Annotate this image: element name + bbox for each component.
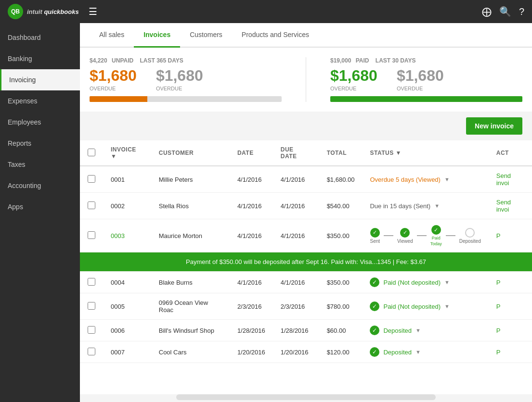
sidebar-item-invoicing[interactable]: Invoicing bbox=[0, 69, 80, 90]
tab-products-services[interactable]: Products and Services bbox=[232, 23, 319, 48]
deposit-banner-cell: Payment of $350.00 will be deposited aft… bbox=[80, 252, 532, 272]
th-status[interactable]: STATUS ▼ bbox=[362, 140, 488, 166]
add-icon[interactable]: ⨁ bbox=[482, 6, 492, 17]
deposit-banner: Payment of $350.00 will be deposited aft… bbox=[80, 252, 532, 271]
paid-progress-fill bbox=[330, 96, 407, 102]
step-line-3 bbox=[446, 235, 455, 236]
action-link[interactable]: P bbox=[496, 303, 501, 310]
tab-customers[interactable]: Customers bbox=[180, 23, 232, 48]
row-checkbox[interactable] bbox=[88, 201, 95, 209]
select-all-checkbox[interactable] bbox=[88, 149, 95, 156]
new-invoice-button[interactable]: New invoice bbox=[466, 117, 522, 135]
sidebar-item-accounting[interactable]: Accounting bbox=[0, 175, 80, 196]
row-checkbox[interactable] bbox=[88, 348, 95, 355]
top-nav: QB intuit quickbooks ☰ ⨁ 🔍 ? bbox=[0, 0, 532, 23]
sidebar-item-taxes[interactable]: Taxes bbox=[0, 154, 80, 175]
customer-name: Millie Peters bbox=[151, 166, 230, 193]
row-checkbox[interactable] bbox=[88, 231, 95, 239]
row-checkbox[interactable] bbox=[88, 175, 95, 183]
table-row: 0001 Millie Peters 4/1/2016 4/1/2016 $1,… bbox=[80, 166, 532, 193]
status-cell: ✓Deposited▼ bbox=[362, 341, 488, 363]
deposited-icon: ✓ bbox=[370, 347, 379, 357]
th-date[interactable]: DATE bbox=[230, 140, 273, 166]
step-circle-paid: ✓ bbox=[431, 225, 441, 235]
step-line-1 bbox=[384, 235, 393, 236]
dropdown-arrow[interactable]: ▼ bbox=[444, 303, 450, 309]
invoice-total: $350.00 bbox=[319, 219, 363, 252]
invoice-id: 0002 bbox=[103, 193, 151, 219]
dropdown-arrow[interactable]: ▼ bbox=[444, 279, 450, 285]
dropdown-arrow[interactable]: ▼ bbox=[444, 176, 450, 182]
sidebar-item-employees[interactable]: Employees bbox=[0, 112, 80, 133]
action-link[interactable]: Send invoi bbox=[496, 199, 511, 213]
due-date: 1/20/2016 bbox=[273, 341, 319, 363]
step-circle-viewed: ✓ bbox=[400, 228, 410, 238]
dropdown-arrow[interactable]: ▼ bbox=[415, 349, 421, 355]
row-checkbox-cell bbox=[80, 341, 103, 363]
step-sublabel-paid: Today bbox=[430, 241, 442, 246]
sidebar-item-banking[interactable]: Banking bbox=[0, 48, 80, 69]
summary-section: $4,220 UNPAID LAST 365 DAYS $1,680 OVERD… bbox=[80, 48, 532, 112]
unpaid-summary: $4,220 UNPAID LAST 365 DAYS $1,680 OVERD… bbox=[90, 57, 282, 102]
search-icon[interactable]: 🔍 bbox=[499, 6, 511, 17]
tab-bar: All sales Invoices Customers Products an… bbox=[80, 23, 532, 48]
scrollbar[interactable] bbox=[176, 394, 436, 400]
invoice-id: 0007 bbox=[103, 341, 151, 363]
sidebar: Dashboard Banking Invoicing Expenses Emp… bbox=[0, 23, 80, 402]
action-link[interactable]: P bbox=[496, 279, 501, 286]
toolbar: New invoice bbox=[80, 112, 532, 140]
help-icon[interactable]: ? bbox=[519, 6, 524, 17]
th-invoice[interactable]: INVOICE ▼ bbox=[103, 140, 151, 166]
action-link[interactable]: P bbox=[496, 327, 501, 334]
paid-icon: ✓ bbox=[370, 302, 379, 311]
row-checkbox-cell bbox=[80, 272, 103, 293]
tab-invoices[interactable]: Invoices bbox=[134, 23, 180, 48]
invoice-date: 1/20/2016 bbox=[230, 341, 273, 363]
step-sent: ✓ Sent bbox=[370, 228, 380, 244]
action-cell: P bbox=[489, 341, 532, 363]
status-cell: ✓Paid (Not deposited)▼ bbox=[362, 272, 488, 293]
sidebar-item-dashboard[interactable]: Dashboard bbox=[0, 27, 80, 48]
action-cell: P bbox=[489, 219, 532, 252]
action-cell: P bbox=[489, 320, 532, 341]
sidebar-item-expenses[interactable]: Expenses bbox=[0, 90, 80, 112]
dropdown-arrow[interactable]: ▼ bbox=[434, 203, 440, 209]
status-text: Paid (Not deposited) bbox=[383, 279, 441, 286]
paid-overdue-amount: $1,680 bbox=[330, 67, 377, 85]
status-text: Paid (Not deposited) bbox=[383, 303, 441, 310]
sidebar-item-apps[interactable]: Apps bbox=[0, 196, 80, 217]
summary-divider bbox=[306, 57, 306, 102]
invoice-date: 4/1/2016 bbox=[230, 193, 273, 219]
th-due-date[interactable]: DUE DATE bbox=[273, 140, 319, 166]
row-checkbox-cell bbox=[80, 219, 103, 252]
row-checkbox[interactable] bbox=[88, 278, 95, 286]
sidebar-item-reports[interactable]: Reports bbox=[0, 133, 80, 154]
action-link[interactable]: Send invoi bbox=[496, 172, 511, 187]
due-date: 4/1/2016 bbox=[273, 193, 319, 219]
paid-meta: $19,000 PAID LAST 30 DAYS bbox=[330, 57, 522, 64]
customer-name: Blake Burns bbox=[151, 272, 230, 293]
step-viewed: ✓ Viewed bbox=[397, 228, 413, 244]
dropdown-arrow[interactable]: ▼ bbox=[415, 327, 421, 333]
app-title: intuit quickbooks bbox=[27, 8, 79, 15]
paid-progress-bar bbox=[330, 96, 522, 102]
th-customer[interactable]: CUSTOMER bbox=[151, 140, 230, 166]
unpaid-overdue2-amount: $1,680 bbox=[156, 67, 203, 85]
invoice-id: 0006 bbox=[103, 320, 151, 341]
th-checkbox bbox=[80, 140, 103, 166]
hamburger-menu[interactable]: ☰ bbox=[89, 6, 97, 17]
table-row: 0006 Bill's Windsurf Shop 1/28/2016 1/28… bbox=[80, 320, 532, 341]
status-cell: Overdue 5 days (Viewed)▼ bbox=[362, 166, 488, 193]
status-text: Due in 15 days (Sent) bbox=[370, 202, 430, 210]
th-total[interactable]: TOTAL bbox=[319, 140, 363, 166]
step-deposited: Deposited bbox=[459, 228, 481, 244]
invoice-link[interactable]: 0003 bbox=[111, 232, 125, 239]
action-link[interactable]: P bbox=[496, 349, 501, 356]
action-link[interactable]: P bbox=[496, 232, 501, 239]
invoice-total: $350.00 bbox=[319, 272, 363, 293]
invoice-total: $540.00 bbox=[319, 193, 363, 219]
row-checkbox[interactable] bbox=[88, 302, 95, 310]
status-cell: Due in 15 days (Sent)▼ bbox=[362, 193, 488, 219]
row-checkbox[interactable] bbox=[88, 326, 95, 334]
tab-all-sales[interactable]: All sales bbox=[90, 23, 134, 48]
